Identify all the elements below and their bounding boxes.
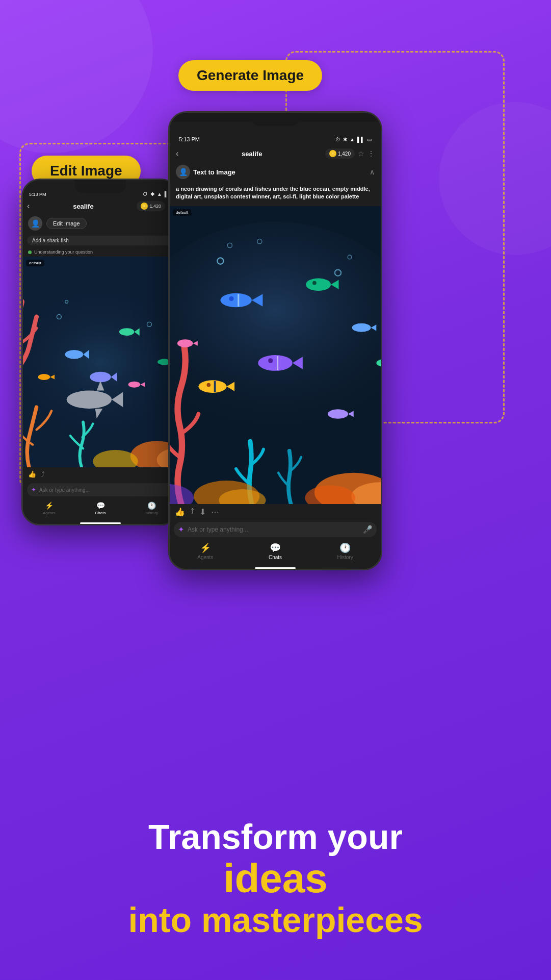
camera-dot-1 [265, 117, 269, 121]
right-phone: 5:13 PM ⏱ ✱ ▲ ▌▌ ▭ ‹ sealife 🪙 1,420 [168, 111, 382, 570]
generate-image-label: Generate Image [178, 60, 322, 91]
svg-point-9 [38, 374, 50, 380]
left-bottom-nav: ⚡ Agents 💬 Chats 🕐 History [23, 498, 178, 520]
right-tab-agents-label: Agents [197, 555, 213, 560]
right-tab-agents[interactable]: ⚡ Agents [197, 542, 213, 560]
right-section-title: Text to Image [193, 168, 235, 176]
right-nav-title: sealife [242, 150, 262, 158]
right-tab-chats-label: Chats [269, 555, 282, 560]
wifi-icon: ▲ [157, 191, 162, 197]
svg-point-32 [206, 383, 211, 387]
right-default-label: default [173, 209, 191, 216]
bottom-text-line2: ideas [20, 856, 531, 901]
left-prompt-row: Add a shark fish [27, 236, 174, 245]
right-signal-icon: ▌▌ [357, 137, 364, 142]
right-tab-history[interactable]: 🕐 History [337, 542, 353, 560]
left-status-icons: ⏱ ✱ ▲ ▌▌ [143, 191, 172, 197]
left-phone: 5:13 PM ⏱ ✱ ▲ ▌▌ ‹ sealife 🪙 1,420 ☆ [21, 179, 179, 525]
right-coin-amount: 1,420 [338, 151, 351, 157]
right-sparkle-icon: ✦ [178, 525, 185, 534]
svg-point-34 [352, 323, 371, 332]
svg-point-29 [268, 358, 273, 363]
right-more-icon[interactable]: ⋮ [368, 149, 375, 158]
camera-dot-2 [273, 117, 277, 121]
left-edit-image-row: 👤 Edit Image [23, 213, 178, 234]
right-bottom-nav: ⚡ Agents 💬 Chats 🕐 History [170, 539, 381, 565]
left-avatar: 👤 [28, 216, 42, 231]
right-coral-svg [170, 206, 381, 504]
svg-point-31 [198, 380, 226, 393]
green-dot-icon [28, 250, 32, 254]
left-status-bar: 5:13 PM ⏱ ✱ ▲ ▌▌ [23, 180, 178, 199]
svg-point-23 [220, 293, 251, 307]
right-nav-right: 🪙 1,420 ☆ ⋮ [325, 148, 375, 159]
chats-icon: 💬 [96, 501, 105, 510]
left-edit-image-button[interactable]: Edit Image [46, 218, 87, 229]
thumbs-up-icon[interactable]: 👍 [28, 470, 36, 478]
right-input-bar[interactable]: ✦ Ask or type anything... 🎤 [174, 522, 377, 537]
left-phone-shell: 5:13 PM ⏱ ✱ ▲ ▌▌ ‹ sealife 🪙 1,420 ☆ [21, 179, 179, 525]
bottom-text-line3: into masterpieces [20, 901, 531, 939]
bluetooth-icon: ✱ [150, 191, 154, 197]
left-coin-badge: 🪙 1,420 [137, 201, 165, 211]
left-action-bar: 👍 ⤴ [23, 467, 178, 481]
right-back-button[interactable]: ‹ [176, 149, 178, 158]
svg-point-6 [119, 328, 135, 336]
right-download-icon[interactable]: ⬇ [199, 507, 206, 517]
left-understanding-text: Understanding your question [34, 249, 93, 255]
left-tab-agents[interactable]: ⚡ Agents [43, 501, 56, 515]
left-input-placeholder: Ask or type anything... [39, 487, 170, 493]
right-phone-nav: ‹ sealife 🪙 1,420 ☆ ⋮ [170, 145, 381, 162]
right-coin-icon: 🪙 [329, 150, 336, 157]
history-icon: 🕐 [147, 501, 156, 510]
left-action-icons: 👍 ⤴ [28, 470, 45, 478]
right-input-placeholder: Ask or type anything... [188, 526, 360, 533]
left-tab-history[interactable]: 🕐 History [145, 501, 158, 515]
right-coin-badge: 🪙 1,420 [325, 148, 355, 159]
svg-point-11 [128, 382, 141, 388]
svg-point-24 [229, 296, 233, 301]
left-tab-chats-label: Chats [95, 511, 106, 515]
bottom-text-line1: Transform your [20, 818, 531, 856]
left-nav-title: sealife [73, 203, 93, 210]
left-back-button[interactable]: ‹ [27, 202, 30, 211]
svg-point-28 [258, 355, 293, 371]
right-history-icon: 🕐 [339, 542, 351, 554]
left-tab-chats[interactable]: 💬 Chats [95, 501, 106, 515]
right-prompt-text: a neon drawing of corals and fishes unde… [170, 182, 381, 206]
svg-point-16 [170, 222, 381, 441]
right-share-icon[interactable]: ⤴ [190, 507, 194, 517]
left-understanding-row: Understanding your question [23, 247, 178, 257]
svg-point-1 [23, 287, 178, 437]
svg-point-27 [312, 281, 317, 285]
right-more-options-icon[interactable]: ⋯ [211, 507, 219, 517]
clock-icon: ⏱ [143, 191, 148, 197]
right-home-indicator [255, 567, 296, 569]
svg-point-8 [67, 391, 112, 409]
camera-dot-3 [281, 117, 285, 121]
left-home-indicator [80, 522, 121, 524]
left-tab-history-label: History [145, 511, 158, 515]
right-chats-icon: 💬 [270, 542, 281, 554]
left-input-bar[interactable]: ✦ Ask or type anything... [27, 483, 174, 496]
svg-point-7 [90, 372, 111, 383]
right-thumbs-up-icon[interactable]: 👍 [175, 507, 185, 517]
left-prompt-text: Add a shark fish [32, 238, 69, 243]
svg-point-37 [328, 409, 348, 418]
right-bluetooth-icon: ✱ [343, 137, 347, 142]
right-mic-icon[interactable]: 🎤 [363, 525, 373, 534]
right-star-icon[interactable]: ☆ [358, 149, 364, 158]
right-collapse-icon[interactable]: ∧ [370, 168, 375, 176]
share-icon[interactable]: ⤴ [41, 470, 45, 478]
left-coral-svg [23, 257, 178, 467]
left-sparkle-icon: ✦ [31, 486, 36, 493]
bg-decoration-circle-2 [439, 102, 551, 255]
right-text-to-image-header: 👤 Text to Image ∧ [170, 162, 381, 182]
bg-decoration-circle-1 [0, 0, 153, 153]
right-tab-history-label: History [337, 555, 353, 560]
coin-icon: 🪙 [141, 203, 148, 210]
right-battery-icon: ▭ [367, 137, 372, 142]
right-coral-image: default [170, 206, 381, 504]
right-tab-chats[interactable]: 💬 Chats [269, 542, 282, 560]
left-coin-amount: 1,420 [149, 204, 161, 209]
